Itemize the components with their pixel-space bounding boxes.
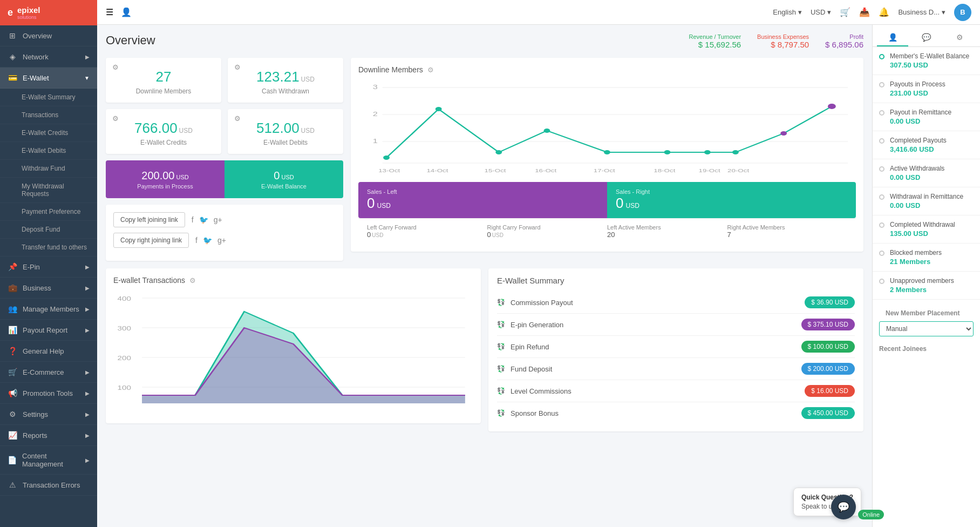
profit-stat: Profit $ 6,895.06 (825, 33, 863, 49)
revenue-label: Revenue / Turnover (689, 33, 741, 40)
sidebar-item-overview[interactable]: ⊞ Overview (0, 25, 97, 46)
sub-label-my-withdrawal: My Withdrawal Requests (22, 183, 64, 198)
ecommerce-icon: 🛒 (8, 368, 17, 376)
online-badge: Online (858, 510, 884, 519)
sales-left-label: Sales - Left (367, 188, 598, 195)
expenses-label: Business Expenses (757, 33, 809, 40)
language-selector[interactable]: English ▾ (773, 8, 802, 16)
currency-selector[interactable]: USD ▾ (811, 8, 831, 16)
placement-select[interactable]: Manual Auto Left Auto Right (879, 321, 974, 336)
withdrawal-remittance-rp-label: Withdrawal in Remittance (890, 193, 974, 200)
ewallet-transactions-gear-icon[interactable]: ⚙ (189, 276, 196, 285)
chat-button[interactable]: 💬 (831, 495, 856, 519)
content-management-arrow: ▶ (85, 457, 90, 463)
sidebar-sub-withdraw-fund[interactable]: Withdraw Fund (0, 160, 97, 178)
sidebar-sub-ewallet-debits[interactable]: E-Wallet Debits (0, 142, 97, 160)
left-twitter-icon[interactable]: 🐦 (199, 215, 208, 224)
sidebar-item-ecommerce[interactable]: 🛒 E-Commerce ▶ (0, 362, 97, 383)
ewallet-debits-gear-icon[interactable]: ⚙ (234, 114, 241, 123)
sidebar-sub-payment-preference[interactable]: Payment Preference (0, 203, 97, 221)
payment-bar: 200.00USD Payments in Process 0USD E-Wal… (106, 160, 343, 198)
rp-tab-settings[interactable]: ⚙ (944, 29, 976, 46)
sidebar-item-promotion-tools[interactable]: 📢 Promotion Tools ▶ (0, 383, 97, 404)
right-googleplus-icon[interactable]: g+ (217, 236, 226, 245)
epin-gen-badge: $ 375.10 USD (801, 319, 855, 330)
payments-in-process-bar: 200.00USD Payments in Process (106, 160, 224, 198)
ewallet-balance-rp-value: 307.50 USD (890, 61, 974, 69)
left-active-label: Left Active Members (607, 224, 727, 231)
sidebar-item-payout-report[interactable]: 📊 Payout Report ▶ (0, 320, 97, 341)
sidebar-item-ewallet[interactable]: 💳 E-Wallet ▼ (0, 67, 97, 89)
cash-withdrawn-gear-icon[interactable]: ⚙ (234, 63, 241, 71)
sidebar-item-business[interactable]: 💼 Business ▶ (0, 278, 97, 299)
svg-text:2: 2 (373, 111, 378, 118)
network-arrow: ▶ (85, 54, 90, 60)
svg-point-12 (664, 150, 671, 154)
sidebar-item-settings[interactable]: ⚙ Settings ▶ (0, 404, 97, 425)
left-facebook-icon[interactable]: f (192, 215, 194, 224)
inbox-button[interactable]: 📥 (859, 7, 870, 17)
blocked-members-dot (879, 251, 884, 256)
sidebar-sub-transfer-fund[interactable]: Transfer fund to others (0, 239, 97, 256)
sidebar-item-content-management[interactable]: 📄 Content Management ▶ (0, 446, 97, 475)
downline-chart-gear-icon[interactable]: ⚙ (427, 66, 434, 74)
left-googleplus-icon[interactable]: g+ (214, 215, 222, 224)
sidebar-item-reports[interactable]: 📈 Reports ▶ (0, 425, 97, 446)
sub-label-ewallet-credits: E-Wallet Credits (22, 129, 68, 137)
currency-arrow: ▾ (827, 8, 831, 16)
recent-joinees-title: Recent Joinees (873, 341, 980, 355)
svg-text:19-Oct: 19-Oct (699, 168, 721, 173)
network-icon: ◈ (8, 52, 17, 61)
sidebar-item-manage-members[interactable]: 👥 Manage Members ▶ (0, 299, 97, 320)
payout-remittance-dot (879, 110, 884, 116)
ewallet-credits-gear-icon[interactable]: ⚙ (112, 114, 119, 123)
active-withdrawals-dot (879, 166, 884, 172)
sidebar-sub-transactions[interactable]: Transactions (0, 106, 97, 124)
svg-text:13-Oct: 13-Oct (378, 168, 400, 173)
sidebar-label-manage-members: Manage Members (23, 305, 79, 313)
right-facebook-icon[interactable]: f (195, 236, 198, 245)
level-comm-label: Level Commissions (511, 387, 571, 395)
ewallet-transactions-card: E-wallet Transactions ⚙ 400 300 200 100 (106, 268, 481, 423)
sub-label-withdraw-fund: Withdraw Fund (22, 165, 65, 172)
sidebar-sub-my-withdrawal[interactable]: My Withdrawal Requests (0, 178, 97, 203)
sub-label-transfer-fund: Transfer fund to others (22, 244, 87, 251)
avatar[interactable]: B (954, 4, 971, 21)
cart-button[interactable]: 🛒 (840, 7, 850, 17)
business-arrow: ▶ (85, 285, 90, 291)
sidebar-item-general-help[interactable]: ❓ General Help (0, 341, 97, 362)
sales-right-label: Sales - Right (616, 188, 847, 195)
expenses-stat: Business Expenses $ 8,797.50 (757, 33, 809, 49)
cash-withdrawn-value: 123.21USD (236, 69, 335, 85)
sidebar-item-transaction-errors[interactable]: ⚠ Transaction Errors (0, 475, 97, 496)
rp-blocked-members: Blocked members 21 Members (873, 244, 980, 272)
right-active-value: 7 (727, 231, 848, 239)
overview-icon: ⊞ (8, 31, 17, 40)
rp-tab-user[interactable]: 👤 (877, 29, 908, 46)
rp-tab-chat[interactable]: 💬 (910, 29, 942, 46)
sidebar-item-network[interactable]: ◈ Network ▶ (0, 46, 97, 67)
topbar: ☰ 👤 English ▾ USD ▾ 🛒 📥 🔔 Business D... … (97, 0, 980, 25)
payout-report-arrow: ▶ (85, 327, 90, 333)
copy-right-joining-link-button[interactable]: Copy right joining link (113, 233, 189, 248)
menu-toggle-button[interactable]: ☰ (106, 7, 113, 17)
notification-button[interactable]: 🔔 (879, 7, 889, 17)
sidebar-label-general-help: General Help (23, 347, 64, 355)
sidebar-sub-ewallet-credits[interactable]: E-Wallet Credits (0, 124, 97, 142)
sidebar-item-epin[interactable]: 📌 E-Pin ▶ (0, 256, 97, 278)
right-panel: 👤 💬 ⚙ Member's E-Wallet Balance 307.50 U… (872, 25, 980, 527)
sidebar-sub-deposit-fund[interactable]: Deposit Fund (0, 221, 97, 239)
svg-point-9 (495, 150, 502, 154)
user-profile-button[interactable]: 👤 (121, 7, 132, 17)
logo[interactable]: e epixel solutions (0, 0, 97, 25)
copy-left-joining-link-button[interactable]: Copy left joining link (113, 212, 185, 227)
sidebar-sub-ewallet-summary[interactable]: E-Wallet Summary (0, 89, 97, 106)
svg-point-7 (383, 156, 390, 160)
svg-text:300: 300 (118, 326, 131, 332)
right-twitter-icon[interactable]: 🐦 (203, 236, 212, 245)
sales-row: Sales - Left 0USD Sales - Right 0USD (358, 182, 856, 218)
page-content: Overview Revenue / Turnover $ 15,692.56 … (97, 25, 872, 527)
main-area: ☰ 👤 English ▾ USD ▾ 🛒 📥 🔔 Business D... … (97, 0, 980, 527)
user-menu-button[interactable]: Business D... ▾ (898, 8, 945, 16)
downline-gear-icon[interactable]: ⚙ (112, 63, 119, 71)
